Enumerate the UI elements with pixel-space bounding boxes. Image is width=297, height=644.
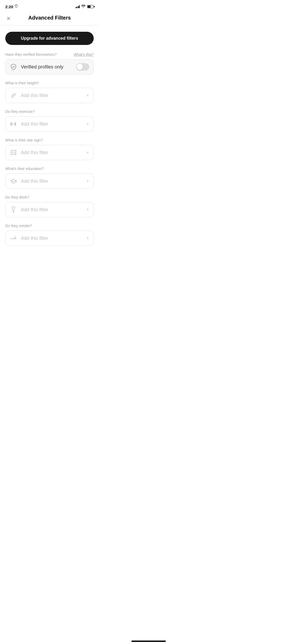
add-exercise-icon: + <box>86 121 89 127</box>
education-filter-label: Add this filter <box>21 178 48 184</box>
close-button[interactable]: ✕ <box>5 15 12 22</box>
add-height-icon: + <box>86 93 89 99</box>
verified-filter-label: Verified profiles only <box>21 64 63 70</box>
page-header: ✕ Advanced Filters <box>0 12 99 25</box>
filter-section-education: What's their education? Add this filter … <box>5 167 94 189</box>
wifi-icon <box>81 4 86 9</box>
section-header-smoke: Do they smoke? <box>5 224 94 228</box>
section-question-exercise: Do they exercise? <box>5 109 35 114</box>
starsign-filter-label: Add this filter <box>21 150 48 155</box>
toggle-thumb <box>77 64 83 70</box>
signal-icon <box>76 5 80 8</box>
filter-section-height: What is their height? Add this filter + <box>5 81 94 103</box>
cigarette-icon <box>10 234 17 242</box>
section-header-education: What's their education? <box>5 167 94 171</box>
exercise-filter-label: Add this filter <box>21 121 48 127</box>
filter-row-exercise[interactable]: Add this filter + <box>5 116 94 132</box>
section-question-starsign: What is their star sign? <box>5 138 43 142</box>
section-header-drink: Do they drink? <box>5 195 94 199</box>
page-title: Advanced Filters <box>28 15 71 21</box>
filter-section-drink: Do they drink? Add this filter + <box>5 195 94 217</box>
location-icon <box>15 4 18 9</box>
graduation-icon <box>10 177 17 185</box>
verified-toggle[interactable] <box>76 63 89 71</box>
height-filter-label: Add this filter <box>21 93 48 98</box>
section-question-education: What's their education? <box>5 167 44 171</box>
filter-row-smoke[interactable]: Add this filter + <box>5 231 94 246</box>
filter-section-exercise: Do they exercise? Add this filter + <box>5 109 94 132</box>
filter-row-education[interactable]: Add this filter + <box>5 173 94 189</box>
status-icons <box>76 4 94 9</box>
ruler-icon <box>10 92 17 99</box>
dumbbell-icon <box>10 120 17 128</box>
add-starsign-icon: + <box>86 150 89 156</box>
add-education-icon: + <box>86 178 89 184</box>
filter-section-verified: Have they verified themselves? What's th… <box>5 52 94 75</box>
whats-this-button[interactable]: What's this? <box>74 52 94 57</box>
section-header-starsign: What is their star sign? <box>5 138 94 142</box>
filter-section-smoke: Do they smoke? Add this filter + <box>5 224 94 246</box>
filter-row-drink[interactable]: Add this filter + <box>5 202 94 217</box>
drink-filter-label: Add this filter <box>21 207 48 213</box>
section-question-drink: Do they drink? <box>5 195 29 199</box>
status-time: 2:20 <box>5 4 18 9</box>
svg-rect-0 <box>11 93 16 98</box>
smoke-filter-label: Add this filter <box>21 236 48 241</box>
section-question-height: What is their height? <box>5 81 39 85</box>
status-bar: 2:20 <box>0 0 99 12</box>
add-smoke-icon: + <box>86 235 89 241</box>
wine-icon <box>10 206 17 213</box>
upgrade-button[interactable]: Upgrade for advanced filters <box>5 32 94 45</box>
close-icon: ✕ <box>6 16 11 21</box>
filter-row-height[interactable]: Add this filter + <box>5 88 94 103</box>
content-area: Upgrade for advanced filters Have they v… <box>0 25 99 263</box>
filter-row-starsign[interactable]: Add this filter + <box>5 145 94 160</box>
section-header-exercise: Do they exercise? <box>5 109 94 114</box>
filter-section-starsign: What is their star sign? Add this filter… <box>5 138 94 160</box>
add-drink-icon: + <box>86 207 89 213</box>
section-header-height: What is their height? <box>5 81 94 85</box>
section-question-verified: Have they verified themselves? <box>5 52 57 57</box>
shield-icon <box>10 63 17 71</box>
battery-icon <box>87 5 94 8</box>
section-header-verified: Have they verified themselves? What's th… <box>5 52 94 57</box>
starsign-icon <box>10 149 17 156</box>
filter-row-verified[interactable]: Verified profiles only <box>5 59 94 75</box>
section-question-smoke: Do they smoke? <box>5 224 32 228</box>
svg-line-3 <box>14 95 14 96</box>
